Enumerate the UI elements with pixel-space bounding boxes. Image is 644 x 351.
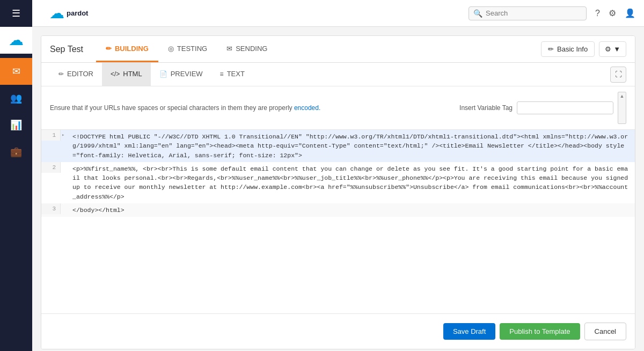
settings-dropdown-button[interactable]: ⚙ ▼: [599, 41, 626, 57]
variable-tag-input[interactable]: [517, 101, 613, 114]
publish-template-button[interactable]: Publish to Template: [500, 323, 580, 340]
topnav-left: ☁ pardot: [41, 6, 97, 21]
basic-info-icon: ✏: [548, 45, 554, 53]
html-tab-label: HTML: [123, 70, 142, 78]
text-icon: ≡: [220, 70, 224, 78]
info-bar: Ensure that if your URLs have spaces or …: [41, 86, 635, 130]
topnav-pardot-label: pardot: [67, 9, 88, 17]
code-line-2[interactable]: 2 <p>%%first_name%%, <br><br>This is som…: [41, 162, 635, 203]
variable-tag-scroll[interactable]: ▲: [618, 92, 626, 124]
search-container: 🔍: [469, 6, 587, 20]
search-icon: 🔍: [473, 9, 482, 18]
sidebar-nav: ✉ 👥 📊 💼: [0, 58, 32, 165]
settings-icon[interactable]: ⚙: [609, 8, 616, 18]
campaigns-nav-icon: 💼: [10, 146, 22, 158]
variable-tag-label: Insert Variable Tag: [459, 104, 513, 112]
code-line-1[interactable]: 1 ▸ <!DOCTYPE html PUBLIC "-//W3C//DTD X…: [41, 130, 635, 162]
card-header: Sep Test ✏ BUILDING ◎ TESTING ✉ SENDING: [41, 36, 635, 63]
line-arrow-3: [61, 203, 68, 208]
editor-icon: ✏: [58, 70, 64, 78]
sending-tab-label: SENDING: [236, 45, 267, 53]
sidebar-item-reports[interactable]: 📊: [0, 112, 32, 138]
tab-building[interactable]: ✏ BUILDING: [96, 36, 158, 62]
content-area: Sep Test ✏ BUILDING ◎ TESTING ✉ SENDING: [32, 27, 644, 351]
line-number-2: 2: [41, 162, 61, 173]
line-content-1: <!DOCTYPE html PUBLIC "-//W3C//DTD XHTML…: [68, 130, 635, 162]
editor-tab-text[interactable]: ≡ TEXT: [211, 63, 253, 86]
editor-tab-label: EDITOR: [67, 70, 93, 78]
line-content-3: </body></html>: [68, 203, 635, 217]
testing-tab-icon: ◎: [168, 45, 174, 53]
save-draft-button[interactable]: Save Draft: [443, 323, 495, 340]
line-number-3: 3: [41, 203, 61, 214]
preview-icon: 📄: [159, 70, 167, 78]
html-icon: </>: [111, 70, 120, 78]
tab-sending[interactable]: ✉ SENDING: [217, 36, 277, 62]
reports-nav-icon: 📊: [10, 119, 22, 131]
topnav-right: 🔍 ? ⚙ 👤: [469, 6, 635, 20]
settings-gear-icon: ⚙: [605, 45, 611, 53]
line-number-1: 1: [41, 130, 61, 141]
basic-info-label: Basic Info: [557, 45, 588, 53]
testing-tab-label: TESTING: [177, 45, 207, 53]
user-icon[interactable]: 👤: [625, 8, 635, 18]
main-card: Sep Test ✏ BUILDING ◎ TESTING ✉ SENDING: [41, 35, 635, 349]
page-title: Sep Test: [50, 36, 83, 62]
sidebar-item-email[interactable]: ✉: [0, 58, 32, 85]
encoded-link[interactable]: encoded.: [294, 104, 320, 112]
editor-tabs: ✏ EDITOR </> HTML 📄 PREVIEW ≡ TEXT ⛶: [41, 63, 635, 86]
info-text-content: Ensure that if your URLs have spaces or …: [50, 104, 294, 112]
line-arrow-1: ▸: [61, 130, 68, 140]
tab-bar: ✏ BUILDING ◎ TESTING ✉ SENDING: [96, 36, 541, 62]
cloud-icon: ☁: [9, 33, 24, 48]
preview-tab-label: PREVIEW: [171, 70, 203, 78]
editor-tab-html[interactable]: </> HTML: [102, 63, 151, 86]
editor-tab-preview[interactable]: 📄 PREVIEW: [151, 63, 211, 86]
variable-tag-area: Insert Variable Tag ▲: [459, 92, 626, 124]
search-input[interactable]: [486, 9, 582, 17]
hamburger-icon[interactable]: ☰: [12, 8, 20, 19]
expand-icon: ⛶: [615, 70, 622, 78]
code-line-3[interactable]: 3 </body></html>: [41, 203, 635, 217]
basic-info-button[interactable]: ✏ Basic Info: [541, 41, 595, 57]
email-nav-icon: ✉: [12, 65, 20, 77]
card-footer: Save Draft Publish to Template Cancel: [41, 313, 635, 349]
info-text: Ensure that if your URLs have spaces or …: [50, 104, 320, 112]
sidebar-top: ☰: [0, 0, 32, 27]
expand-button[interactable]: ⛶: [610, 67, 626, 83]
sidebar-item-prospects[interactable]: 👥: [0, 85, 32, 112]
salesforce-logo: ☁: [0, 33, 32, 48]
sending-tab-icon: ✉: [226, 45, 232, 53]
sidebar-logo: ☁: [0, 27, 32, 54]
sidebar-item-campaigns[interactable]: 💼: [0, 138, 32, 165]
building-tab-icon: ✏: [106, 45, 112, 53]
cancel-button[interactable]: Cancel: [584, 323, 626, 340]
line-arrow-2: [61, 162, 68, 166]
topnav-logo: ☁ pardot: [41, 6, 97, 21]
editor-tab-editor[interactable]: ✏ EDITOR: [50, 63, 102, 86]
tab-testing[interactable]: ◎ TESTING: [158, 36, 217, 62]
sidebar: ☰ ☁ ✉ 👥 📊 💼: [0, 0, 32, 351]
topnav: ☁ pardot 🔍 ? ⚙ 👤: [32, 0, 644, 27]
text-tab-label: TEXT: [227, 70, 245, 78]
building-tab-label: BUILDING: [115, 45, 149, 53]
code-editor-empty-space: [41, 217, 635, 313]
card-header-right: ✏ Basic Info ⚙ ▼: [541, 36, 626, 62]
topnav-cloud-icon: ☁: [49, 6, 64, 21]
prospects-nav-icon: 👥: [10, 92, 22, 104]
line-content-2: <p>%%first_name%%, <br><br>This is some …: [68, 162, 635, 203]
code-editor[interactable]: 1 ▸ <!DOCTYPE html PUBLIC "-//W3C//DTD X…: [41, 130, 635, 313]
settings-dropdown-icon: ▼: [613, 45, 620, 53]
main-content: ☁ pardot 🔍 ? ⚙ 👤 Sep Test ✏ BUILDING: [32, 0, 644, 351]
help-icon[interactable]: ?: [595, 9, 600, 18]
